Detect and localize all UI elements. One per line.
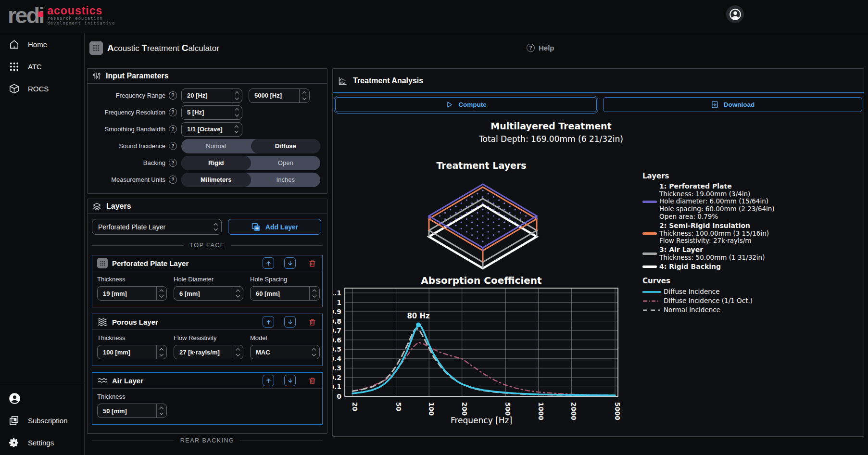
- thickness-input[interactable]: 19 [mm]: [97, 286, 167, 301]
- sound-incidence-option-normal[interactable]: Normal: [181, 139, 251, 153]
- sidebar-item-atc[interactable]: ATC: [0, 55, 84, 77]
- help-icon: ?: [527, 44, 535, 52]
- flow-resistivity-label: Flow Resistivity: [174, 334, 243, 341]
- measurement-units-toggle: Milimeters Inches: [181, 173, 320, 187]
- rear-backing-divider: REAR BACKING: [92, 437, 323, 444]
- svg-text:20: 20: [351, 402, 359, 411]
- sidebar-divider: [0, 383, 85, 383]
- layer-type-select[interactable]: Perforated Plate Layer: [92, 219, 222, 235]
- svg-text:2000: 2000: [570, 402, 578, 420]
- move-layer-up-button[interactable]: [263, 375, 274, 386]
- svg-text:0.6: 0.6: [333, 336, 341, 344]
- layer-card-title: Perforated Plate Layer: [112, 259, 252, 267]
- measurement-units-help-icon[interactable]: ?: [169, 176, 177, 184]
- layers-panel: Layers Perforated Plate Layer Add Layer: [87, 199, 327, 434]
- input-parameters-title: Input Parameters: [106, 72, 169, 80]
- backing-option-rigid[interactable]: Rigid: [181, 156, 251, 170]
- frequency-max-input[interactable]: 5000 [Hz]: [249, 88, 310, 103]
- frequency-max-stepper[interactable]: [299, 89, 309, 102]
- title-lead-c: C: [182, 43, 189, 53]
- porous-waves-icon: [97, 316, 108, 327]
- copy-plus-icon: [251, 222, 261, 232]
- play-icon: [445, 101, 453, 109]
- sidebar-item-profile[interactable]: [0, 387, 85, 409]
- units-option-milimeters[interactable]: Milimeters: [181, 173, 251, 187]
- frequency-min-stepper[interactable]: [232, 89, 242, 102]
- frequency-resolution-stepper[interactable]: [232, 106, 242, 119]
- svg-text:0.2: 0.2: [333, 374, 341, 381]
- layers-icon: [92, 202, 101, 211]
- frequency-min-input[interactable]: 20 [Hz]: [181, 88, 242, 103]
- frequency-resolution-help-icon[interactable]: ?: [169, 108, 177, 116]
- input-parameters-header: Input Parameters: [88, 69, 327, 84]
- delete-layer-button[interactable]: [307, 257, 317, 269]
- logo-red-dot-icon: [38, 12, 43, 17]
- sound-incidence-label: Sound Incidence: [88, 142, 165, 150]
- user-avatar-button[interactable]: [726, 5, 744, 23]
- sidebar-item-rocs[interactable]: ROCS: [0, 77, 84, 100]
- svg-text:200: 200: [461, 402, 468, 416]
- chevron-updown-icon: [211, 224, 221, 230]
- top-bar: redi acoustics research education develo…: [0, 0, 868, 33]
- backing-toggle: Rigid Open: [181, 156, 320, 170]
- result-total-depth: Total Depth: 169.00mm (6 21/32in): [333, 134, 769, 144]
- flow-resistivity-input[interactable]: 27 [k·rayls/m]: [174, 345, 243, 359]
- backing-option-open[interactable]: Open: [251, 156, 321, 170]
- svg-text:0.7: 0.7: [333, 327, 341, 334]
- cube-icon: [9, 83, 20, 94]
- sound-incidence-help-icon[interactable]: ?: [169, 142, 177, 150]
- move-layer-down-button[interactable]: [284, 375, 296, 386]
- top-face-divider: TOP FACE: [92, 242, 323, 249]
- backing-help-icon[interactable]: ?: [169, 159, 177, 167]
- hole-diameter-input[interactable]: 6 [mm]: [174, 286, 243, 301]
- sidebar-bottom: Subscription Settings: [0, 383, 85, 454]
- svg-text:0.8: 0.8: [333, 317, 341, 325]
- download-button[interactable]: Download: [603, 97, 862, 112]
- move-layer-down-button[interactable]: [284, 316, 296, 328]
- delete-layer-button[interactable]: [307, 375, 317, 386]
- frequency-range-help-icon[interactable]: ?: [169, 91, 177, 100]
- legend-entry-air: 3: Air Layer Thickness: 50.00mm (1 31/32…: [642, 246, 849, 262]
- thickness-input[interactable]: 100 [mm]: [97, 345, 167, 359]
- measurement-units-label: Measurement Units: [88, 176, 165, 183]
- smoothing-bandwidth-label: Smoothing Bandwidth: [88, 126, 165, 133]
- layer-card-title: Porous Layer: [112, 318, 252, 326]
- help-button[interactable]: ? Help: [527, 44, 554, 52]
- measurement-units-row: Measurement Units ? Milimeters Inches: [88, 171, 327, 188]
- app-window: redi acoustics research education develo…: [0, 0, 868, 455]
- gear-icon: [9, 437, 20, 448]
- sidebar-item-subscription[interactable]: Subscription: [0, 409, 85, 431]
- move-layer-down-button[interactable]: [284, 257, 296, 269]
- add-layer-button[interactable]: Add Layer: [228, 219, 321, 235]
- units-option-inches[interactable]: Inches: [251, 173, 321, 187]
- sidebar-item-home[interactable]: Home: [0, 33, 84, 55]
- thickness-input[interactable]: 50 [mm]: [97, 404, 167, 418]
- compute-button[interactable]: Compute: [335, 97, 597, 112]
- smoothing-bandwidth-row: Smoothing Bandwidth ? 1/1 [Octave]: [88, 121, 327, 138]
- backing-label: Backing: [88, 159, 165, 166]
- smoothing-bandwidth-help-icon[interactable]: ?: [169, 125, 177, 133]
- svg-text:50: 50: [395, 402, 403, 411]
- smoothing-bandwidth-select[interactable]: 1/1 [Octave]: [181, 122, 242, 137]
- svg-text:1: 1: [337, 299, 341, 306]
- frequency-resolution-input[interactable]: 5 [Hz]: [181, 105, 242, 120]
- title-lead-t: T: [141, 43, 147, 53]
- model-select[interactable]: MAC: [250, 345, 320, 359]
- page-title: Acoustic Treatment Calculator: [107, 43, 219, 53]
- layers-legend: Layers 1: Perforated Plate Thickness: 19…: [642, 173, 849, 272]
- move-layer-up-button[interactable]: [263, 316, 274, 328]
- svg-text:5000: 5000: [614, 402, 621, 420]
- diagram-title: Treatment Layers: [345, 160, 618, 171]
- legend-swatch-backing: [642, 265, 657, 268]
- sound-incidence-option-diffuse[interactable]: Diffuse: [251, 139, 321, 153]
- logo-acoustics: acoustics: [47, 5, 115, 16]
- hole-spacing-input[interactable]: 60 [mm]: [250, 286, 320, 301]
- main-content: Acoustic Treatment Calculator ? Help Inp…: [85, 33, 868, 455]
- help-label: Help: [539, 44, 554, 52]
- move-layer-up-button[interactable]: [263, 257, 274, 269]
- sidebar-item-settings[interactable]: Settings: [0, 431, 85, 454]
- curve-legend-normal: Normal Incidence: [642, 306, 849, 315]
- delete-layer-button[interactable]: [307, 316, 317, 328]
- sidebar-label-rocs: ROCS: [28, 85, 49, 93]
- brand-logo[interactable]: redi acoustics research education develo…: [8, 1, 115, 30]
